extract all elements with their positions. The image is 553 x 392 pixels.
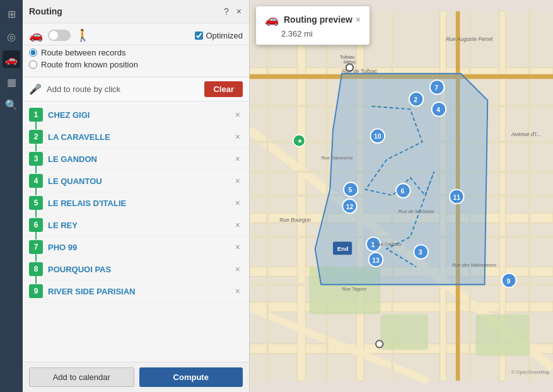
svg-text:Rue Auguste Perret: Rue Auguste Perret [446, 36, 493, 42]
route-item: 6 LE REY × [23, 214, 249, 236]
svg-text:★: ★ [297, 137, 303, 144]
svg-text:© OpenStreetMap: © OpenStreetMap [511, 369, 550, 375]
svg-text:2: 2 [414, 96, 417, 103]
route-item: 1 CHEZ GIGI × [23, 104, 249, 126]
svg-text:10: 10 [374, 133, 381, 140]
route-remove-button[interactable]: × [233, 108, 243, 121]
route-name[interactable]: PHO 99 [48, 243, 228, 252]
route-number: 2 [29, 130, 43, 144]
route-item: 4 LE QUANTOU × [23, 170, 249, 192]
route-number: 8 [29, 262, 43, 276]
route-from-position-label: Route from known position [41, 60, 138, 69]
route-remove-button[interactable]: × [233, 153, 243, 165]
sidebar-calendar-icon[interactable]: ▦ [3, 73, 20, 91]
svg-text:7: 7 [434, 84, 438, 91]
svg-text:End: End [337, 245, 349, 252]
sidebar-pin-icon[interactable]: ◎ [3, 28, 20, 45]
route-name[interactable]: LE RELAIS D'ITALIE [48, 199, 228, 208]
svg-rect-4 [250, 303, 553, 312]
svg-text:Rue Bourgon: Rue Bourgon [279, 217, 311, 223]
route-between-records-label: Route between records [41, 48, 125, 57]
route-number: 7 [29, 240, 43, 254]
sidebar-layers-icon[interactable]: ⊞ [3, 5, 20, 23]
route-name[interactable]: LA CARAVELLE [48, 132, 228, 142]
compute-button[interactable]: Compute [139, 367, 243, 387]
route-name[interactable]: CHEZ GIGI [48, 110, 228, 120]
add-calendar-button[interactable]: Add to calendar [29, 367, 134, 387]
svg-text:Rue Caillaux: Rue Caillaux [375, 241, 402, 247]
route-item: 5 LE RELAIS D'ITALIE × [23, 192, 249, 214]
route-item: 7 PHO 99 × [23, 236, 249, 258]
svg-text:Tolbiac: Tolbiac [340, 54, 355, 60]
route-from-position-radio[interactable] [29, 61, 37, 69]
route-remove-button[interactable]: × [233, 241, 243, 253]
svg-rect-26 [380, 314, 428, 350]
mic-icon: 🎤 [29, 83, 42, 95]
route-remove-button[interactable]: × [233, 285, 243, 297]
route-type-row: Route between records Route from known p… [23, 45, 249, 78]
route-number: 4 [29, 174, 43, 188]
svg-text:11: 11 [453, 194, 461, 201]
svg-text:Rue des Malmaisons: Rue des Malmaisons [452, 262, 497, 268]
route-number: 1 [29, 108, 43, 122]
routing-panel: Routing ? × 🚗 🚶 Optimized Route between … [23, 0, 250, 392]
add-route-row: 🎤 Add to route by click Clear [23, 78, 249, 101]
svg-text:Avenue d'I...: Avenue d'I... [511, 131, 541, 137]
route-name[interactable]: LE GANDON [48, 154, 228, 164]
close-button[interactable]: × [235, 5, 243, 18]
routing-preview-close-button[interactable]: × [356, 14, 361, 25]
optimized-checkbox[interactable] [195, 32, 203, 40]
route-remove-button[interactable]: × [233, 263, 243, 275]
route-name[interactable]: LE QUANTOU [48, 176, 228, 186]
routing-preview-title-row: 🚗 Routing preview [265, 13, 352, 26]
route-name[interactable]: LE REY [48, 221, 228, 230]
route-number: 6 [29, 218, 43, 232]
route-item: 8 POURQUOI PAS × [23, 258, 249, 280]
svg-text:5: 5 [349, 187, 352, 193]
route-remove-button[interactable]: × [233, 219, 243, 231]
svg-text:3: 3 [419, 249, 422, 256]
routing-title: Routing [29, 6, 62, 16]
route-name[interactable]: RIVER SIDE PARISIAN [48, 287, 228, 296]
route-item: 9 RIVER SIDE PARISIAN × [23, 280, 249, 303]
routing-preview-car-icon: 🚗 [265, 13, 279, 26]
svg-rect-27 [475, 314, 529, 356]
routing-preview-distance: 2.362 mi [265, 29, 361, 38]
route-number: 5 [29, 196, 43, 210]
bottom-buttons: Add to calendar Compute [23, 362, 249, 392]
route-number: 9 [29, 284, 43, 298]
help-button[interactable]: ? [223, 5, 230, 18]
svg-text:Rue de la Vistule: Rue de la Vistule [399, 209, 434, 214]
route-remove-button[interactable]: × [233, 175, 243, 187]
svg-text:Rue Tagore: Rue Tagore [342, 286, 366, 292]
svg-text:Rue Damesme: Rue Damesme [321, 155, 352, 161]
sidebar-car-icon[interactable]: 🚗 [3, 50, 20, 68]
route-item: 2 LA CARAVELLE × [23, 126, 249, 148]
routing-header-icons: ? × [223, 5, 243, 18]
route-list: 1 CHEZ GIGI × 2 LA CARAVELLE × 3 LE GAND… [23, 101, 249, 362]
route-name[interactable]: POURQUOI PAS [48, 265, 228, 274]
route-number: 3 [29, 152, 43, 166]
route-between-records-radio[interactable] [29, 49, 37, 57]
walk-transport-icon: 🚶 [76, 28, 90, 42]
svg-text:13: 13 [372, 257, 380, 264]
sidebar-search-icon[interactable]: 🔍 [3, 96, 20, 113]
options-row: 🚗 🚶 Optimized [23, 23, 249, 45]
routing-preview-popup: 🚗 Routing preview × 2.362 mi [256, 6, 370, 45]
route-remove-button[interactable]: × [233, 130, 243, 143]
optimized-label: Optimized [195, 31, 243, 40]
svg-text:Rue de Tolbiac: Rue de Tolbiac [342, 68, 378, 74]
route-between-records-option: Route between records [29, 48, 243, 57]
map-canvas: Métro Tolbiac 7 2 4 10 5 12 6 [250, 0, 553, 392]
svg-text:4: 4 [436, 107, 440, 113]
transport-toggle[interactable] [48, 30, 71, 41]
route-item: 3 LE GANDON × [23, 148, 249, 170]
routing-preview-header: 🚗 Routing preview × [265, 13, 361, 26]
add-route-instruction: Add to route by click [47, 84, 199, 94]
map-area[interactable]: Métro Tolbiac 7 2 4 10 5 12 6 [250, 0, 553, 392]
svg-text:9: 9 [506, 278, 510, 285]
app-sidebar: ⊞ ◎ 🚗 ▦ 🔍 [0, 0, 23, 392]
route-remove-button[interactable]: × [233, 197, 243, 209]
clear-button[interactable]: Clear [204, 81, 243, 97]
car-transport-icon: 🚗 [29, 28, 43, 42]
